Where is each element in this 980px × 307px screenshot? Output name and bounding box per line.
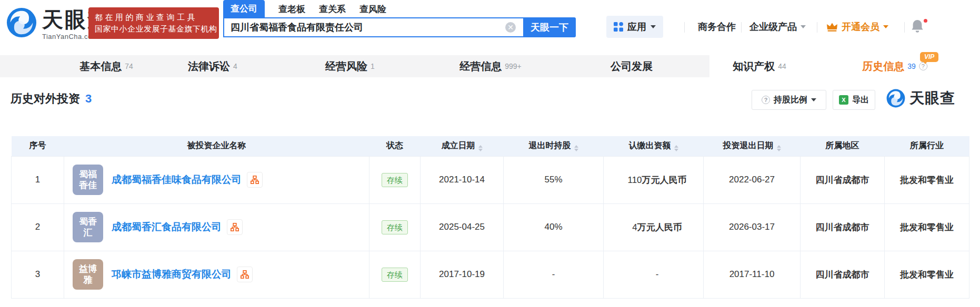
search-tab-boss[interactable]: 查老板 bbox=[278, 3, 305, 17]
row-seq: 1 bbox=[12, 156, 64, 203]
search-tab-relation[interactable]: 查关系 bbox=[319, 3, 346, 17]
col-seq: 序号 bbox=[12, 136, 64, 156]
tab-company-development[interactable]: 公司发展 bbox=[611, 55, 653, 77]
top-header: 天眼查 TianYanCha.com 都在用的商业查询工具 国家中小企业发展子基… bbox=[0, 0, 980, 55]
subscribed-capital: 4万元人民币 bbox=[604, 203, 704, 251]
holding-ratio-filter-button[interactable]: ? 持股比例 bbox=[752, 90, 826, 110]
search-tab-risk[interactable]: 查风险 bbox=[359, 3, 386, 17]
subscribed-capital: 110万元人民币 bbox=[604, 156, 704, 203]
col-company-name: 被投资企业名称 bbox=[64, 136, 369, 156]
tianyancha-swirl-icon bbox=[6, 7, 37, 38]
subscribed-capital: - bbox=[604, 251, 704, 298]
tab-intellectual-property[interactable]: 知识产权44 bbox=[733, 55, 786, 77]
search-box: ✕ bbox=[223, 17, 523, 37]
tab-legal-cases[interactable]: 法律诉讼4 bbox=[188, 55, 237, 77]
col-established-date[interactable]: 成立日期 bbox=[421, 136, 504, 156]
section-header: 历史对外投资 3 bbox=[11, 91, 92, 107]
col-exit-date[interactable]: 投资退出日期 bbox=[704, 136, 801, 156]
company-avatar: 益博雅 bbox=[73, 259, 103, 290]
col-status: 状态 bbox=[369, 136, 421, 156]
table-row: 1 蜀福香佳 成都蜀福香佳味食品有限公司 存续 2021-10-14 55% bbox=[12, 156, 969, 203]
status-badge: 存续 bbox=[382, 268, 408, 282]
industry: 批发和零售业 bbox=[885, 156, 969, 203]
region: 四川省成都市 bbox=[801, 203, 885, 251]
apps-grid-icon bbox=[614, 22, 623, 32]
exit-holding: - bbox=[504, 251, 604, 298]
divider bbox=[817, 22, 817, 33]
status-badge: 存续 bbox=[382, 220, 408, 234]
company-nav-tabs: 基本信息74 法律诉讼4 经营风险1 经营信息999+ 公司发展 知识产权44 … bbox=[0, 55, 980, 77]
region: 四川省成都市 bbox=[801, 156, 885, 203]
watermark-text: 天眼查 bbox=[909, 88, 955, 108]
established-date: 2017-10-19 bbox=[421, 251, 504, 298]
search-tab-company[interactable]: 查公司 bbox=[223, 0, 265, 17]
table-row: 3 益博雅 邛崃市益博雅商贸有限公司 存续 2017-10-19 - bbox=[12, 251, 969, 298]
tab-history-info[interactable]: 历史信息39 ? bbox=[862, 55, 927, 77]
company-link[interactable]: 成都蜀福香佳味食品有限公司 bbox=[112, 173, 242, 187]
table-row: 2 蜀香汇 成都蜀香汇食品有限公司 存续 2025-04-25 40% bbox=[12, 203, 969, 251]
table-header-row: 序号 被投资企业名称 状态 成立日期 退出时持股 认缴出资额 投资退出日期 所属… bbox=[12, 136, 969, 156]
sort-icon[interactable] bbox=[574, 145, 578, 151]
tab-operation-info[interactable]: 经营信息999+ bbox=[459, 55, 522, 77]
sort-icon[interactable] bbox=[777, 145, 781, 151]
status-badge: 存续 bbox=[382, 173, 408, 187]
exit-holding: 40% bbox=[504, 203, 604, 251]
clear-search-icon[interactable]: ✕ bbox=[505, 22, 516, 33]
open-vip-menu[interactable]: 开通会员 bbox=[826, 16, 888, 38]
row-seq: 2 bbox=[12, 203, 64, 251]
enterprise-product-menu[interactable]: 企业级产品 bbox=[749, 16, 806, 38]
company-avatar: 蜀福香佳 bbox=[73, 165, 103, 195]
chevron-down-icon bbox=[651, 25, 656, 28]
equity-structure-icon[interactable] bbox=[227, 219, 243, 235]
tab-basic-info[interactable]: 基本信息74 bbox=[79, 55, 133, 77]
vip-badge: VIP bbox=[920, 52, 938, 62]
equity-structure-icon[interactable] bbox=[247, 172, 263, 188]
search-tabs: 查公司 查老板 查关系 查风险 bbox=[223, 3, 386, 17]
notification-dot bbox=[923, 18, 928, 24]
search-input[interactable] bbox=[224, 22, 505, 33]
section-title: 历史对外投资 bbox=[11, 91, 80, 107]
exit-date: 2022-06-27 bbox=[704, 156, 801, 203]
divider bbox=[684, 22, 685, 33]
row-seq: 3 bbox=[12, 251, 64, 298]
sort-icon[interactable] bbox=[478, 145, 483, 151]
excel-icon: X bbox=[839, 95, 848, 105]
exit-holding: 55% bbox=[504, 156, 604, 203]
biz-cooperation-link[interactable]: 商务合作 bbox=[698, 16, 736, 38]
banner-line2: 国家中小企业发展子基金旗下机构 bbox=[95, 23, 213, 35]
industry: 批发和零售业 bbox=[885, 251, 969, 298]
company-link[interactable]: 成都蜀香汇食品有限公司 bbox=[112, 220, 222, 234]
search-submit-button[interactable]: 天眼一下 bbox=[523, 17, 576, 37]
sort-icon[interactable] bbox=[674, 145, 678, 151]
col-subscribed-capital[interactable]: 认缴出资额 bbox=[604, 136, 704, 156]
investment-history-table: 序号 被投资企业名称 状态 成立日期 退出时持股 认缴出资额 投资退出日期 所属… bbox=[11, 136, 969, 299]
watermark-logo: 天眼查 bbox=[886, 88, 955, 108]
industry: 批发和零售业 bbox=[885, 203, 969, 251]
section-count: 3 bbox=[85, 92, 92, 106]
equity-structure-icon[interactable] bbox=[237, 267, 253, 282]
export-button[interactable]: X 导出 bbox=[833, 90, 875, 110]
region: 四川省成都市 bbox=[801, 251, 885, 298]
promo-banner: 都在用的商业查询工具 国家中小企业发展子基金旗下机构 bbox=[88, 7, 219, 39]
divider bbox=[904, 22, 905, 33]
apps-label: 应用 bbox=[627, 21, 646, 33]
apps-menu[interactable]: 应用 bbox=[606, 16, 663, 38]
col-industry: 所属行业 bbox=[885, 136, 969, 156]
chevron-down-icon bbox=[883, 25, 888, 28]
chevron-down-icon bbox=[801, 25, 806, 28]
chevron-down-icon bbox=[811, 98, 816, 101]
tab-operation-risk[interactable]: 经营风险1 bbox=[325, 55, 375, 77]
col-region: 所属地区 bbox=[801, 136, 885, 156]
crown-icon bbox=[826, 22, 838, 32]
divider bbox=[741, 22, 742, 33]
established-date: 2021-10-14 bbox=[421, 156, 504, 203]
exit-date: 2026-03-17 bbox=[704, 203, 801, 251]
established-date: 2025-04-25 bbox=[421, 203, 504, 251]
company-link[interactable]: 邛崃市益博雅商贸有限公司 bbox=[112, 268, 232, 281]
exit-date: 2017-11-10 bbox=[704, 251, 801, 298]
help-icon: ? bbox=[762, 96, 770, 104]
banner-line1: 都在用的商业查询工具 bbox=[95, 12, 213, 23]
tianyancha-page: 天眼查 TianYanCha.com 都在用的商业查询工具 国家中小企业发展子基… bbox=[0, 0, 980, 307]
col-exit-holding[interactable]: 退出时持股 bbox=[504, 136, 604, 156]
notification-bell[interactable] bbox=[911, 19, 928, 37]
